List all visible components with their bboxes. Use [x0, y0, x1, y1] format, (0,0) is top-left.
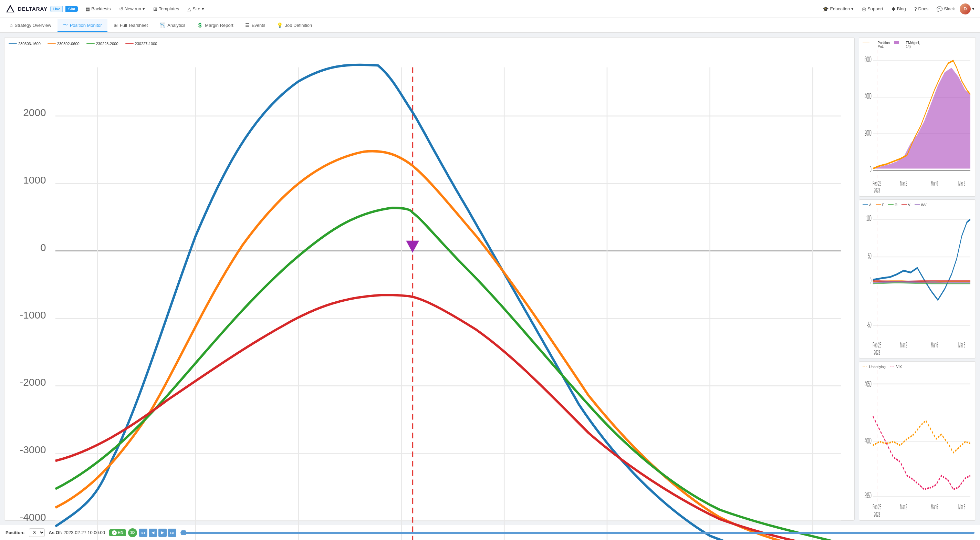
pnl-chart-svg: 6000 4000 2000 0 Feb 28 2023 Mar 2 Mar — [862, 50, 972, 193]
badge-live[interactable]: Live — [50, 6, 63, 12]
margin-report-icon: 💲 — [197, 22, 203, 28]
nav-education[interactable]: 🎓 Education ▾ — [819, 4, 857, 14]
greeks-legend-vega: V — [902, 203, 910, 207]
site-chevron: ▾ — [202, 6, 204, 11]
nav-backtests-label: Backtests — [91, 6, 111, 11]
greeks-legend-theta: Θ — [888, 203, 897, 207]
tab-strategy-overview[interactable]: ⌂ Strategy Overview — [4, 20, 57, 31]
svg-text:2000: 2000 — [23, 107, 46, 118]
tab-position-monitor-label: Position Monitor — [70, 23, 102, 28]
strategy-overview-icon: ⌂ — [10, 22, 13, 28]
svg-text:Mar 8: Mar 8 — [958, 503, 965, 511]
underlying-chart-area: 4050 4000 3950 Feb 28 2023 Mar 2 Mar 6 M… — [862, 370, 972, 517]
left-panel: 230303-1600 230302-0600 230228-2000 2302… — [4, 37, 855, 521]
legend-item-3: 230227-1000 — [125, 42, 158, 46]
pnl-chart-area: 6000 4000 2000 0 Feb 28 2023 Mar 2 Mar — [862, 50, 972, 193]
svg-text:Mar 2: Mar 2 — [900, 341, 907, 349]
pnl-legend-pnl: Position PnL — [862, 41, 890, 49]
navbar: DELTARAY LiveSim ▦ Backtests ↺ New run ▾… — [0, 0, 980, 18]
nav-new-run-label: New run — [125, 6, 141, 11]
legend-item-2: 230228-2000 — [86, 42, 118, 46]
pnl-mini-chart: Position PnL EMA(pnl, 14) 6000 4000 2000… — [859, 37, 976, 197]
svg-text:Mar 6: Mar 6 — [931, 503, 938, 511]
badge-sim[interactable]: Sim — [65, 6, 78, 12]
avatar[interactable]: D — [960, 3, 971, 14]
logo-text: DELTARAY — [18, 6, 48, 12]
svg-text:4000: 4000 — [865, 92, 872, 101]
svg-text:2000: 2000 — [865, 129, 872, 137]
tab-job-definition[interactable]: 💡 Job Definition — [271, 20, 318, 31]
nav-templates[interactable]: ⊞ Templates — [150, 4, 183, 14]
tab-events-label: Events — [252, 23, 266, 28]
legend-item-0: 230303-1600 — [9, 42, 41, 46]
svg-text:3950: 3950 — [865, 491, 872, 500]
job-definition-icon: 💡 — [277, 22, 283, 28]
new-run-chevron: ▾ — [143, 6, 145, 11]
tab-position-monitor[interactable]: 〜 Position Monitor — [57, 19, 107, 32]
avatar-chevron[interactable]: ▾ — [972, 6, 975, 11]
tab-margin-report[interactable]: 💲 Margin Report — [191, 20, 239, 31]
greeks-legend-gamma: Γ — [876, 203, 884, 207]
svg-text:100: 100 — [866, 214, 872, 223]
svg-text:-1000: -1000 — [20, 309, 46, 321]
underlying-legend-underlying: Underlying — [862, 365, 886, 369]
underlying-legend: Underlying VIX — [862, 365, 972, 369]
svg-text:Mar 6: Mar 6 — [931, 179, 938, 186]
analytics-icon: 📉 — [159, 22, 165, 28]
nav-support[interactable]: ◎ Support — [858, 4, 887, 14]
pnl-legend: Position PnL EMA(pnl, 14) — [862, 41, 972, 49]
svg-text:Feb 28: Feb 28 — [873, 179, 881, 186]
svg-rect-36 — [894, 41, 899, 44]
tab-events[interactable]: ☰ Events — [240, 20, 271, 31]
nav-templates-label: Templates — [159, 6, 179, 11]
tab-job-definition-label: Job Definition — [285, 23, 312, 28]
events-icon: ☰ — [245, 22, 250, 28]
nav-site-label: Site — [192, 6, 200, 11]
greeks-chart-area: 100 50 0 -50 Feb 28 2023 Mar 2 Mar 6 — [862, 209, 972, 355]
svg-text:-4000: -4000 — [20, 511, 46, 523]
svg-text:2023: 2023 — [874, 510, 880, 517]
nav-docs[interactable]: ? Docs — [911, 4, 932, 14]
tab-full-tearsheet-label: Full Tearsheet — [120, 23, 148, 28]
nav-site[interactable]: △ Site ▾ — [184, 4, 207, 14]
nav-new-run[interactable]: ↺ New run ▾ — [116, 4, 148, 14]
svg-text:50: 50 — [868, 252, 872, 260]
svg-text:Mar 2: Mar 2 — [900, 503, 907, 511]
nav-docs-label: Docs — [918, 6, 929, 11]
tab-strategy-overview-label: Strategy Overview — [14, 23, 51, 28]
nav-blog[interactable]: ✱ Blog — [888, 4, 909, 14]
timeline-slider[interactable] — [180, 532, 975, 534]
docs-icon: ? — [914, 6, 917, 12]
nav-blog-label: Blog — [897, 6, 906, 11]
nav-slack[interactable]: 💬 Slack — [933, 4, 958, 14]
tab-analytics[interactable]: 📉 Analytics — [154, 20, 191, 31]
tab-full-tearsheet[interactable]: ⊞ Full Tearsheet — [108, 20, 153, 31]
site-icon: △ — [187, 6, 191, 12]
nav-support-label: Support — [867, 6, 883, 11]
greeks-legend-wv: WV — [915, 203, 927, 207]
greeks-legend-delta: Δ — [862, 203, 872, 207]
new-run-icon: ↺ — [119, 6, 123, 12]
greeks-chart-svg: 100 50 0 -50 Feb 28 2023 Mar 2 Mar 6 — [862, 209, 972, 355]
nav-education-label: Education — [830, 6, 850, 11]
svg-text:Mar 8: Mar 8 — [958, 341, 965, 349]
svg-text:6000: 6000 — [865, 55, 872, 64]
tabs-bar: ⌂ Strategy Overview 〜 Position Monitor ⊞… — [0, 18, 980, 33]
svg-text:4000: 4000 — [865, 436, 872, 445]
templates-icon: ⊞ — [153, 6, 158, 12]
underlying-legend-vix: VIX — [890, 365, 902, 369]
position-monitor-icon: 〜 — [63, 22, 68, 28]
legend-item-1: 230302-0600 — [48, 42, 80, 46]
svg-text:Mar 6: Mar 6 — [931, 341, 938, 349]
svg-text:0: 0 — [40, 242, 46, 253]
main-content: 230303-1600 230302-0600 230228-2000 2302… — [0, 33, 980, 525]
support-icon: ◎ — [862, 6, 866, 12]
tab-margin-report-label: Margin Report — [205, 23, 233, 28]
svg-text:0: 0 — [870, 276, 872, 285]
svg-text:Mar 8: Mar 8 — [958, 179, 965, 186]
right-panel: Position PnL EMA(pnl, 14) 6000 4000 2000… — [859, 37, 976, 521]
nav-backtests[interactable]: ▦ Backtests — [82, 4, 114, 14]
svg-text:0: 0 — [870, 165, 872, 174]
greeks-mini-chart: Δ Γ Θ V WV — [859, 199, 976, 359]
main-chart-area: .grid-line { stroke: #e8e8e8; stroke-wid… — [9, 49, 850, 540]
